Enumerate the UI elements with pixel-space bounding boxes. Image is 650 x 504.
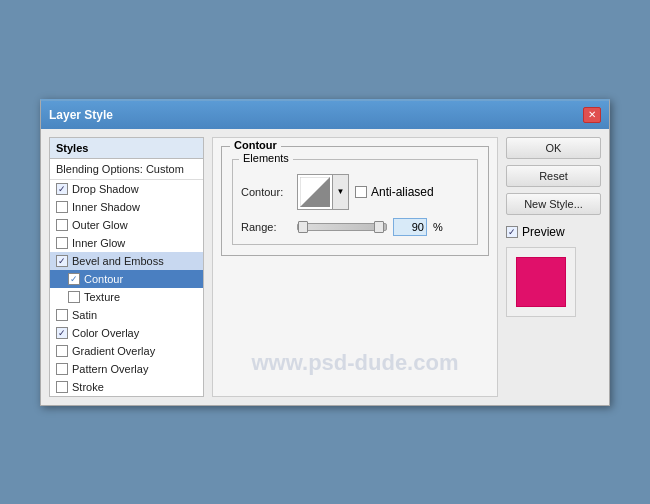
label-satin: Satin [72,309,97,321]
range-slider[interactable] [297,223,387,231]
layer-item-texture[interactable]: Texture [50,288,203,306]
checkbox-drop-shadow[interactable] [56,183,68,195]
preview-square [516,257,566,307]
layer-item-stroke[interactable]: Stroke [50,378,203,396]
label-drop-shadow: Drop Shadow [72,183,139,195]
layer-style-window: Layer Style ✕ Styles Blending Options: C… [40,99,610,406]
anti-alias-row: Anti-aliased [355,185,434,199]
layer-item-contour[interactable]: Contour [50,270,203,288]
ok-button[interactable]: OK [506,137,601,159]
checkbox-inner-shadow[interactable] [56,201,68,213]
layer-item-pattern-overlay[interactable]: Pattern Overlay [50,360,203,378]
checkbox-bevel-emboss[interactable] [56,255,68,267]
window-body: Styles Blending Options: Custom Drop Sha… [41,129,609,405]
close-button[interactable]: ✕ [583,107,601,123]
checkbox-satin[interactable] [56,309,68,321]
label-color-overlay: Color Overlay [72,327,139,339]
contour-label: Contour: [241,186,291,198]
checkbox-color-overlay[interactable] [56,327,68,339]
left-panel: Styles Blending Options: Custom Drop Sha… [49,137,204,397]
checkbox-gradient-overlay[interactable] [56,345,68,357]
title-bar: Layer Style ✕ [41,101,609,129]
checkbox-contour[interactable] [68,273,80,285]
blending-options-item[interactable]: Blending Options: Custom [50,159,203,180]
label-bevel-emboss: Bevel and Emboss [72,255,164,267]
layer-item-inner-glow[interactable]: Inner Glow [50,234,203,252]
window-title: Layer Style [49,108,113,122]
anti-alias-label: Anti-aliased [371,185,434,199]
layer-item-satin[interactable]: Satin [50,306,203,324]
layer-item-gradient-overlay[interactable]: Gradient Overlay [50,342,203,360]
preview-label: Preview [522,225,565,239]
new-style-button[interactable]: New Style... [506,193,601,215]
layer-item-inner-shadow[interactable]: Inner Shadow [50,198,203,216]
contour-group: Contour Elements Contour: [221,146,489,256]
styles-header: Styles [50,138,203,159]
right-panel: OK Reset New Style... Preview [506,137,601,397]
preview-box [506,247,576,317]
percent-label: % [433,221,443,233]
slider-handle-left[interactable] [298,221,308,233]
range-row: Range: % [241,218,469,236]
layer-item-outer-glow[interactable]: Outer Glow [50,216,203,234]
label-inner-shadow: Inner Shadow [72,201,140,213]
preview-check-row: Preview [506,225,565,239]
checkbox-anti-alias[interactable] [355,186,367,198]
layer-item-color-overlay[interactable]: Color Overlay [50,324,203,342]
contour-preview-button[interactable] [297,174,333,210]
watermark: www.psd-dude.com [213,350,497,376]
label-inner-glow: Inner Glow [72,237,125,249]
label-contour: Contour [84,273,123,285]
contour-group-title: Contour [230,139,281,151]
layer-item-bevel-emboss[interactable]: Bevel and Emboss [50,252,203,270]
elements-subgroup: Elements Contour: ▼ [232,159,478,245]
contour-dropdown-button[interactable]: ▼ [333,174,349,210]
checkbox-stroke[interactable] [56,381,68,393]
checkbox-pattern-overlay[interactable] [56,363,68,375]
checkbox-texture[interactable] [68,291,80,303]
contour-row: Contour: ▼ [241,174,469,210]
label-stroke: Stroke [72,381,104,393]
layer-item-drop-shadow[interactable]: Drop Shadow [50,180,203,198]
preview-section: Preview [506,225,601,317]
slider-handle-right[interactable] [374,221,384,233]
label-texture: Texture [84,291,120,303]
label-gradient-overlay: Gradient Overlay [72,345,155,357]
label-outer-glow: Outer Glow [72,219,128,231]
range-label: Range: [241,221,291,233]
label-pattern-overlay: Pattern Overlay [72,363,148,375]
elements-group-title: Elements [239,152,293,164]
checkbox-preview[interactable] [506,226,518,238]
range-value-input[interactable] [393,218,427,236]
reset-button[interactable]: Reset [506,165,601,187]
checkbox-inner-glow[interactable] [56,237,68,249]
middle-panel: Contour Elements Contour: [212,137,498,397]
checkbox-outer-glow[interactable] [56,219,68,231]
